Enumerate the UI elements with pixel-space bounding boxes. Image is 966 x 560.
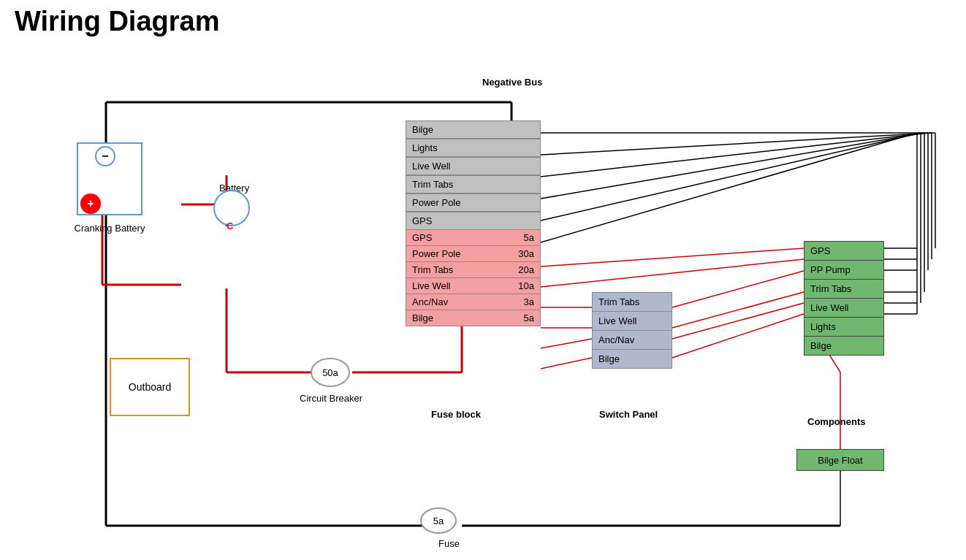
fuse-block-gps-gray: GPS (406, 212, 541, 230)
fuse-circle: 5a (420, 507, 457, 534)
fuse-block-bilge-pink: Bilge 5a (406, 310, 541, 326)
fuse-value: 5a (433, 515, 444, 526)
sp-ancnav: Anc/Nav (592, 331, 672, 350)
negative-bus-label: Negative Bus (482, 77, 542, 88)
svg-line-43 (541, 358, 592, 369)
fuse-block-powerpole: Power Pole (406, 193, 541, 212)
svg-line-5 (541, 133, 928, 177)
cp-livewell: Live Well (804, 299, 884, 318)
sp-trimtabs: Trim Tabs (592, 292, 672, 312)
sp-livewell: Live Well (592, 312, 672, 331)
fuse-block-bilge: Bilge (406, 120, 541, 139)
cp-gps: GPS (804, 241, 884, 261)
fuse-label: Fuse (438, 538, 460, 549)
fuse-block: Bilge Lights Live Well Trim Tabs Power P… (406, 120, 541, 326)
switch-panel-label: Switch Panel (599, 409, 658, 420)
svg-line-8 (541, 133, 917, 242)
bilge-float-label: Bilge Float (818, 455, 862, 466)
outboard-box: Outboard (110, 358, 190, 416)
switch-panel: Trim Tabs Live Well Anc/Nav Bilge (592, 292, 672, 369)
cp-lights: Lights (804, 318, 884, 337)
fuse-block-label: Fuse block (431, 409, 481, 420)
circuit-breaker-circle: 50a (311, 358, 350, 387)
fuse-block-powerpole-pink: Power Pole 30a (406, 246, 541, 262)
fuse-block-lights: Lights (406, 139, 541, 157)
fuse-block-trimtabs: Trim Tabs (406, 175, 541, 193)
outboard-label: Outboard (129, 381, 171, 393)
circuit-breaker-value: 50a (322, 367, 338, 378)
sp-bilge: Bilge (592, 350, 672, 369)
svg-line-40 (672, 292, 804, 328)
battery-minus-symbol: − (95, 146, 115, 166)
battery-switch-center: C (227, 220, 233, 231)
cp-bilge: Bilge (804, 337, 884, 356)
battery-plus-symbol: + (80, 193, 101, 214)
fuse-block-livewell-pink: Live Well 10a (406, 278, 541, 294)
fuse-block-ancnav-pink: Anc/Nav 3a (406, 294, 541, 310)
bilge-float-box: Bilge Float (796, 449, 884, 471)
svg-line-7 (541, 133, 921, 220)
cp-trimtabs: Trim Tabs (804, 280, 884, 299)
circuit-breaker-label: Circuit Breaker (298, 393, 364, 404)
cp-pppump: PP Pump (804, 261, 884, 280)
battery-label: Cranking Battery (69, 223, 150, 234)
wiring-diagram: Wiring Diagram (0, 0, 966, 560)
svg-line-6 (541, 133, 924, 199)
components-panel: GPS PP Pump Trim Tabs Live Well Lights B… (804, 241, 884, 356)
fuse-block-gps-pink: GPS 5a (406, 230, 541, 246)
components-label: Components (807, 416, 865, 427)
fuse-block-livewell: Live Well (406, 157, 541, 175)
svg-line-41 (541, 339, 592, 348)
fuse-block-trimtabs-pink: Trim Tabs 20a (406, 262, 541, 278)
svg-line-38 (672, 271, 804, 307)
